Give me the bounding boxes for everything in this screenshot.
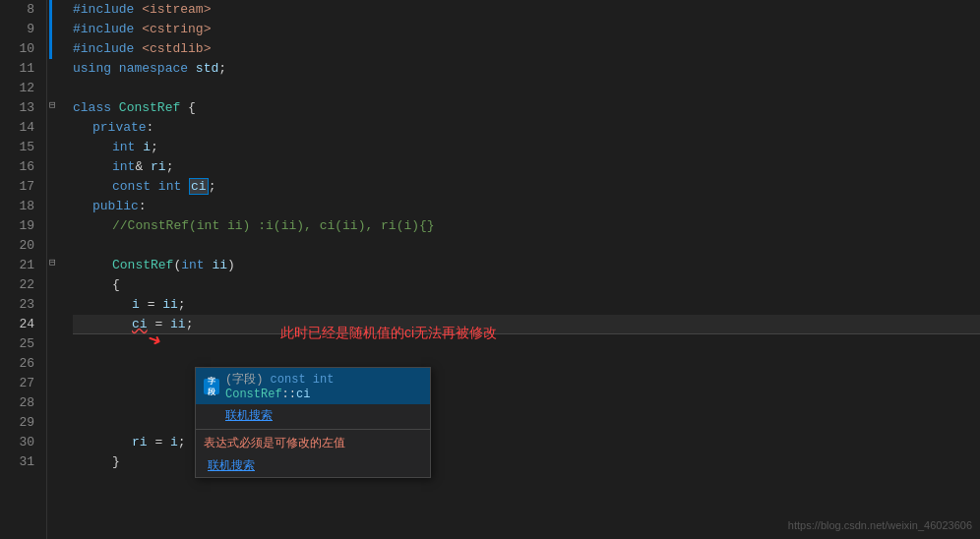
line-num-24: 24 bbox=[8, 315, 34, 334]
field-icon: 字段 bbox=[204, 379, 219, 394]
line-num-13: 13 bbox=[8, 98, 34, 118]
line-num-31: 31 bbox=[8, 452, 34, 472]
popup-divider bbox=[196, 429, 430, 430]
line-num-20: 20 bbox=[8, 236, 34, 256]
code-line-17: const int ci; bbox=[73, 177, 980, 197]
error-message: 表达式必须是可修改的左值 bbox=[196, 432, 430, 454]
code-line-23: i = ii; bbox=[73, 295, 980, 315]
line-num-21: 21 bbox=[8, 256, 34, 275]
gutter: ⊟ ⊟ bbox=[47, 0, 65, 539]
code-area: 8 9 10 11 12 13 14 15 16 17 18 19 20 21 … bbox=[0, 0, 980, 539]
line-num-15: 15 bbox=[8, 138, 34, 157]
collapse-class-icon[interactable]: ⊟ bbox=[49, 98, 56, 111]
autocomplete-popup: 字段 (字段) const int ConstRef::ci 联机搜索 表达式必… bbox=[195, 367, 431, 478]
online-search-2[interactable]: 联机搜索 bbox=[196, 454, 430, 477]
line-num-14: 14 bbox=[8, 118, 34, 138]
code-line-22: { bbox=[73, 275, 980, 295]
gutter-bar-includes bbox=[49, 0, 52, 59]
line-numbers: 8 9 10 11 12 13 14 15 16 17 18 19 20 21 … bbox=[0, 0, 47, 539]
line-num-10: 10 bbox=[8, 39, 34, 59]
code-line-25 bbox=[73, 334, 980, 354]
online-search-2-label[interactable]: 联机搜索 bbox=[208, 457, 255, 474]
line-num-9: 9 bbox=[8, 20, 34, 39]
error-text: 表达式必须是可修改的左值 bbox=[204, 435, 345, 451]
online-search-1-label[interactable]: 联机搜索 bbox=[225, 407, 273, 424]
line-num-23: 23 bbox=[8, 295, 34, 315]
autocomplete-field-label: (字段) const int ConstRef::ci bbox=[225, 371, 422, 401]
code-line-18: public: bbox=[73, 197, 980, 216]
line-num-29: 29 bbox=[8, 413, 34, 433]
code-line-16: int& ri; bbox=[73, 157, 980, 177]
line-num-19: 19 bbox=[8, 216, 34, 236]
line-num-18: 18 bbox=[8, 197, 34, 216]
code-editor: 8 9 10 11 12 13 14 15 16 17 18 19 20 21 … bbox=[0, 0, 980, 539]
code-line-12 bbox=[73, 79, 980, 98]
line-num-26: 26 bbox=[8, 354, 34, 374]
line-num-28: 28 bbox=[8, 393, 34, 413]
code-line-8: #include <istream> bbox=[73, 0, 980, 20]
code-line-24: ci = ii; bbox=[73, 315, 980, 334]
code-line-9: #include <cstring> bbox=[73, 20, 980, 39]
code-line-19: //ConstRef(int ii) :i(ii), ci(ii), ri(i)… bbox=[73, 216, 980, 236]
code-line-20 bbox=[73, 236, 980, 256]
line-num-27: 27 bbox=[8, 374, 34, 393]
line-num-16: 16 bbox=[8, 157, 34, 177]
code-line-21: ConstRef(int ii) bbox=[73, 256, 980, 275]
line-num-8: 8 bbox=[8, 0, 34, 20]
code-line-15: int i; bbox=[73, 138, 980, 157]
line-num-25: 25 bbox=[8, 334, 34, 354]
collapse-constructor-icon[interactable]: ⊟ bbox=[49, 256, 56, 269]
watermark: https://blog.csdn.net/weixin_46023606 bbox=[788, 519, 972, 531]
online-search-1[interactable]: 联机搜索 bbox=[196, 404, 430, 427]
code-line-11: using namespace std; bbox=[73, 59, 980, 79]
code-line-10: #include <cstdlib> bbox=[73, 39, 980, 59]
chinese-annotation: 此时已经是随机值的ci无法再被修改 bbox=[280, 325, 497, 342]
line-num-17: 17 bbox=[8, 177, 34, 197]
line-num-12: 12 bbox=[8, 79, 34, 98]
autocomplete-item-field[interactable]: 字段 (字段) const int ConstRef::ci bbox=[196, 368, 430, 404]
line-num-30: 30 bbox=[8, 433, 34, 452]
code-line-14: private: bbox=[73, 118, 980, 138]
line-num-22: 22 bbox=[8, 275, 34, 295]
code-line-13: class ConstRef { bbox=[73, 98, 980, 118]
line-num-11: 11 bbox=[8, 59, 34, 79]
